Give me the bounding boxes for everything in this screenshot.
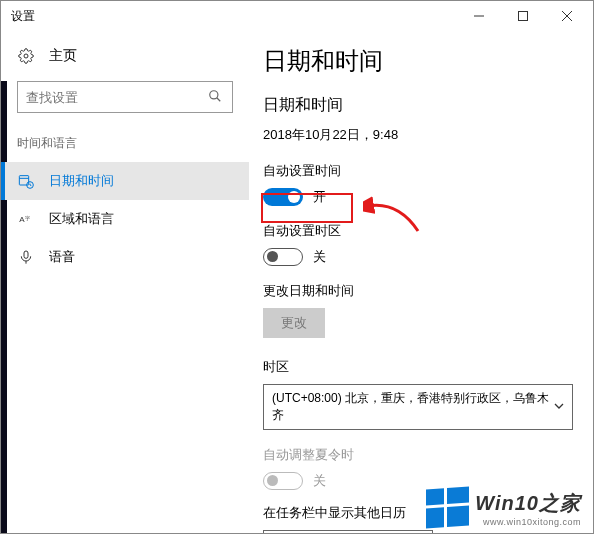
watermark: Win10之家 www.win10xitong.com [426,488,581,527]
left-edge-bar [1,81,7,533]
svg-point-4 [24,54,28,58]
sidebar-item-label: 日期和时间 [49,172,114,190]
dst-toggle [263,472,303,490]
content-pane: 日期和时间 日期和时间 2018年10月22日，9:48 自动设置时间 开 自动… [249,31,593,533]
svg-text:字: 字 [25,215,30,221]
home-label: 主页 [49,47,77,65]
auto-time-state: 开 [313,188,326,206]
sidebar: 主页 时间和语言 日期和时间 A字 [1,31,249,533]
svg-line-6 [217,98,221,102]
svg-point-5 [210,91,218,99]
search-input[interactable] [26,90,208,105]
watermark-url: www.win10xitong.com [475,517,581,527]
sidebar-item-label: 语音 [49,248,75,266]
timezone-value: (UTC+08:00) 北京，重庆，香港特别行政区，乌鲁木齐 [272,390,554,424]
svg-rect-1 [519,12,528,21]
search-box[interactable] [17,81,233,113]
dst-state: 关 [313,472,326,490]
auto-time-label: 自动设置时间 [263,162,573,180]
globe-a-icon: A字 [17,210,35,228]
close-button[interactable] [545,2,589,30]
watermark-text: Win10之家 [475,492,581,514]
settings-window: 设置 主页 [0,0,594,534]
svg-text:A: A [19,215,25,224]
auto-tz-state: 关 [313,248,326,266]
maximize-button[interactable] [501,2,545,30]
calendar-clock-icon [17,172,35,190]
search-icon [208,89,224,105]
current-datetime: 2018年10月22日，9:48 [263,126,573,144]
section-title: 日期和时间 [263,95,573,116]
page-title: 日期和时间 [263,45,573,77]
search-wrap [17,81,233,113]
sidebar-item-datetime[interactable]: 日期和时间 [1,162,249,200]
sidebar-item-speech[interactable]: 语音 [1,238,249,276]
svg-line-11 [30,185,31,186]
change-datetime-heading: 更改日期和时间 [263,282,573,300]
microphone-icon [17,248,35,266]
home-link[interactable]: 主页 [1,37,249,75]
other-calendar-select[interactable]: 简体中文(农历) [263,530,433,533]
chevron-down-icon [554,400,564,414]
auto-time-toggle[interactable] [263,188,303,206]
titlebar: 设置 [1,1,593,31]
window-title: 设置 [11,8,35,25]
change-button: 更改 [263,308,325,338]
dst-label: 自动调整夏令时 [263,446,573,464]
windows-logo-icon [426,486,469,528]
sidebar-item-label: 区域和语言 [49,210,114,228]
timezone-heading: 时区 [263,358,573,376]
minimize-button[interactable] [457,2,501,30]
sidebar-item-region[interactable]: A字 区域和语言 [1,200,249,238]
svg-rect-14 [24,251,28,258]
timezone-select[interactable]: (UTC+08:00) 北京，重庆，香港特别行政区，乌鲁木齐 [263,384,573,430]
auto-tz-toggle[interactable] [263,248,303,266]
gear-icon [17,47,35,65]
sidebar-section-header: 时间和语言 [1,127,249,162]
auto-tz-label: 自动设置时区 [263,222,573,240]
main-area: 主页 时间和语言 日期和时间 A字 [1,31,593,533]
